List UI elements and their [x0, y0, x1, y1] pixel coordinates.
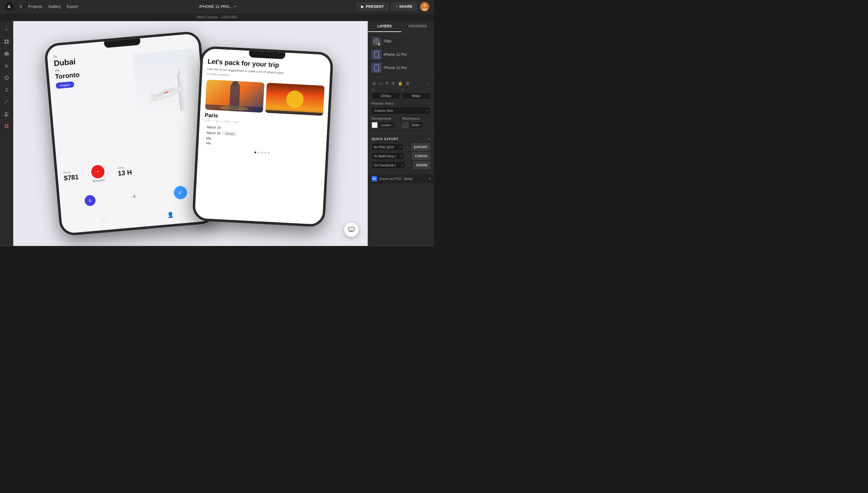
layer-item-iphone2[interactable]: Ps iPhone 11 Pro [368, 61, 434, 74]
svg-point-13 [6, 79, 7, 80]
add-icon[interactable]: + [2, 25, 12, 34]
device-selector[interactable]: IPHONE 11 PRO... ▾ [199, 4, 236, 9]
airline-name: Emirates [92, 178, 106, 183]
settings-tool[interactable]: ⚙ [390, 81, 396, 86]
share-button[interactable]: ↑ SHARE [391, 3, 416, 10]
inspire-button[interactable]: Inspire [56, 81, 74, 89]
assets-icon[interactable] [2, 121, 12, 131]
date-3: Ma [206, 136, 211, 140]
text-icon[interactable]: A [2, 61, 12, 70]
sunset-image [265, 83, 325, 116]
ws-type-dropdown[interactable]: Solid ▾ [410, 122, 423, 128]
mockup-container: To Dubai Via Toronto Inspire [52, 37, 329, 230]
svg-point-42 [350, 229, 350, 230]
export-chevron-3: ▾ [402, 164, 403, 167]
check-button[interactable]: ✓ [173, 185, 188, 200]
facebook-dropdown[interactable]: On Facebook ( ▾ [372, 162, 405, 169]
heart-tab-icon[interactable]: ♡ [101, 217, 106, 224]
workspace-label: Workspace [403, 116, 431, 120]
delete-tool[interactable]: 🗑 [405, 81, 411, 86]
export-button-2[interactable]: CONFIG [412, 152, 430, 160]
layer-name-iphone2: iPhone 11 Pro [384, 66, 407, 70]
date-chevron-icon: › [204, 125, 205, 128]
height-input[interactable]: 900px [402, 92, 431, 99]
screen-right-content: Let's pack for your trip Use one of our … [195, 48, 331, 224]
date-1: March 19 [207, 125, 221, 130]
layer-item-iphone1[interactable]: Ps iPhone 11 Pro [368, 48, 434, 61]
nav-projects[interactable]: Projects [28, 4, 42, 9]
nav-export[interactable]: Export [67, 4, 78, 9]
ws-swatch[interactable] [403, 122, 408, 128]
nav-gallery[interactable]: Gallery [48, 4, 61, 9]
date-chevron-icon-4: › [203, 141, 204, 144]
export-dots-2[interactable]: ··· [406, 154, 411, 158]
mailchimp-dropdown[interactable]: To MailChimp ( ▾ [372, 152, 404, 160]
app-logo: A [5, 2, 13, 11]
size-dropdown-chevron: ▾ [427, 109, 428, 112]
export-row-3: On Facebook ( ▾ ··· SHARE [372, 162, 430, 169]
export-chevron-2: ▾ [400, 155, 402, 157]
dot-3 [261, 152, 263, 154]
svg-rect-4 [7, 40, 9, 41]
svg-rect-48 [375, 51, 377, 52]
dest-card-paris[interactable] [205, 80, 264, 113]
dest-card-sunset[interactable] [265, 83, 325, 116]
path-icon[interactable] [2, 97, 12, 107]
ws-swatch-row: Solid ▾ [403, 122, 431, 128]
dot-2 [258, 152, 260, 153]
user-avatar[interactable] [420, 2, 429, 11]
component-icon[interactable] [2, 73, 12, 83]
export-button-1[interactable]: EXPORT [411, 144, 430, 151]
destination-cards [205, 80, 325, 116]
profile-tab-icon[interactable]: 👤 [167, 211, 174, 218]
upload-icon[interactable] [2, 85, 12, 94]
tab-versions[interactable]: VERSIONS [401, 21, 434, 32]
svg-point-15 [7, 77, 9, 78]
layer-thumb-iphone2: Ps [372, 63, 381, 72]
chat-float-button[interactable] [344, 222, 359, 237]
ps-export-bar[interactable]: Ps Export as PSD - [beta] ▾ [368, 174, 434, 183]
present-button[interactable]: ▶ PRESENT [357, 3, 388, 10]
lock-icon: 🔒 [377, 42, 381, 45]
menu-icon[interactable]: ≡ [19, 4, 22, 9]
grid-icon[interactable] [2, 37, 12, 46]
frame-tool[interactable]: ▭ [378, 81, 383, 86]
expand-icon[interactable]: ↗ [427, 137, 430, 141]
export-dots-3[interactable]: ··· [407, 163, 412, 168]
dot-5 [268, 152, 269, 154]
nav-dot[interactable]: ⊙ [84, 195, 96, 207]
more-tool[interactable]: ⋯ [425, 81, 430, 86]
lock-tool[interactable]: 🔒 [397, 81, 404, 86]
plane-icon[interactable]: ✈ [132, 193, 137, 200]
chevron-down-icon: ▾ [234, 4, 236, 8]
ps-icon: Ps [372, 176, 377, 181]
prev-arrow[interactable]: ‹ [87, 172, 89, 177]
popular-sizes-dropdown[interactable]: Custom Size ▾ [372, 107, 430, 114]
png-export-dropdown[interactable]: As PNG @2X ▾ [372, 144, 403, 151]
svg-rect-6 [7, 42, 9, 44]
team-icon[interactable] [2, 109, 12, 119]
camera-icon[interactable] [2, 49, 12, 59]
details-button[interactable]: Details [222, 131, 238, 137]
export-dots-1[interactable]: ··· [405, 145, 410, 149]
export-button-3[interactable]: SHARE [413, 162, 430, 169]
width-input[interactable]: 1300px [372, 92, 400, 99]
bg-type-dropdown[interactable]: Linear ▾ [379, 122, 394, 128]
next-arrow[interactable]: › [107, 170, 109, 175]
dimension-row: W 1300px H 900px [372, 89, 430, 99]
svg-rect-23 [5, 126, 6, 128]
layer-item-filter[interactable]: 🔒 Filter [368, 35, 434, 48]
price-value: $781 [64, 173, 79, 182]
layers-list: 🔒 Filter Ps iPhone 11 Pro [368, 32, 434, 77]
tab-layers[interactable]: LAYERS [368, 21, 401, 32]
export-row-2: To MailChimp ( ▾ ··· CONFIG [372, 152, 430, 160]
date-4: Ma [206, 141, 211, 145]
nav-right: ▶ PRESENT ↑ SHARE [357, 2, 429, 11]
phone-frame-right: Let's pack for your trip Use one of our … [192, 46, 334, 227]
bg-swatch[interactable] [372, 122, 378, 128]
phone-left: To Dubai Via Toronto Inspire [44, 31, 217, 237]
copy-tool[interactable]: ⧉ [385, 80, 389, 86]
ws-chevron: ▾ [420, 124, 421, 127]
quick-export-header: QUICK EXPORT ↗ [372, 137, 430, 141]
align-tool[interactable]: ⊞ [372, 81, 377, 86]
